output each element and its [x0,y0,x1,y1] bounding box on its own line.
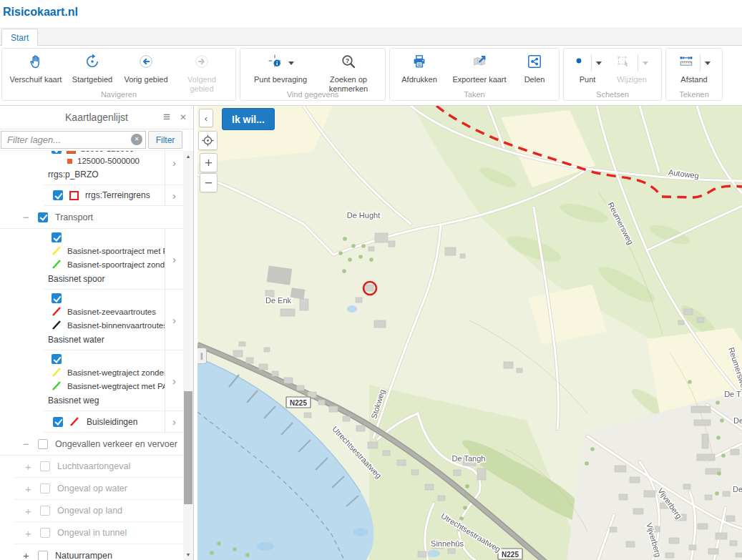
next-extent-button[interactable]: Volgend gebied [172,52,231,93]
layer-list-viewport: 25000-125000 125000-5000000 rrgs:p_BRZO … [0,151,183,560]
checkbox-ongeval-op-water[interactable] [40,483,50,493]
chevron-down-icon[interactable] [596,62,602,65]
group-caption-navigeren: Navigeren [2,90,235,99]
toolbar-group-schetsen: Punt Wijzigen Schetsen [563,48,662,101]
point-icon [573,53,586,73]
panel-close-icon[interactable]: ✕ [180,112,187,122]
legend-row: Basisnet-binnenvaartroutes [44,318,165,332]
layer-panel: Kaartlagenlijst ≡ ✕ ✕ Filter 25000- [0,106,194,560]
expand-icon[interactable]: + [21,549,31,560]
svg-text:N225: N225 [290,399,307,407]
red-outline-swatch [69,191,79,200]
toolbar-group-taken: Afdrukken Exporteer kaart Delen Taken [389,48,560,101]
legend-row: Basisnet-wegtraject zonder PAG [44,365,165,379]
chevron-down-icon[interactable] [705,62,711,65]
ribbon-tab-bar: Start [0,27,742,46]
pan-map-button[interactable]: Verschuif kaart [6,52,65,84]
toolbar-group-vind-gegevens: Punt bevraging ? Zoeken op kenmerken Vin… [240,48,386,101]
checkbox-ongeval-op-land[interactable] [40,506,50,516]
toolbar-group-navigeren: Verschuif kaart Startgebied Vorig gebied… [1,48,236,101]
checkbox-natuurrampen[interactable] [38,551,48,560]
home-extent-button[interactable]: Startgebied [65,52,119,84]
arrow-right-circle-icon [193,53,210,73]
share-button[interactable]: Delen [514,52,555,84]
expand-icon[interactable]: + [24,527,33,539]
sketch-point-button[interactable]: Punt [568,52,607,84]
divider [638,54,638,72]
yellow-line-swatch [52,245,62,256]
layer-name: Basisnet weg [44,393,165,408]
scroll-up-icon[interactable]: ▲ [183,151,193,162]
measure-distance-button[interactable]: Afstand [670,52,718,84]
toolbar-group-tekenen: Afstand Tekenen [665,48,723,101]
panel-resize-grip[interactable]: ∥ [197,348,207,364]
site-logo-link[interactable]: Risicokaart.nl [3,6,78,19]
filter-input[interactable] [1,131,146,149]
checkbox-basisnet-spoor[interactable] [52,232,62,242]
crosshair-icon [202,134,214,147]
identify-point-button[interactable]: Punt bevraging [245,52,316,84]
expand-icon[interactable]: + [24,505,33,517]
layer-list-scrollbar[interactable]: ▲ ▼ [183,151,193,560]
scroll-down-icon[interactable]: ▼ [183,549,193,560]
group-caption-taken: Taken [390,90,559,99]
checkbox-buisleidingen[interactable] [53,417,63,427]
group-row-ongeval-op-water: + Ongeval op water [14,478,183,500]
print-icon [411,53,428,73]
zoom-out-button[interactable]: − [200,173,218,192]
green-line-swatch [52,259,62,270]
point-query-icon [267,53,284,73]
expand-chevron[interactable]: › [165,151,183,185]
export-map-button[interactable]: Exporteer kaart [444,52,514,84]
clear-filter-icon[interactable]: ✕ [131,134,142,145]
place-label: Sinnehûs [431,539,464,548]
checkbox-row [44,231,165,244]
expand-chevron[interactable]: › [165,350,183,411]
place-label: De Tangh [452,454,486,463]
collapse-icon[interactable]: − [21,438,31,450]
ik-wil-button[interactable]: Ik wil... [222,108,275,130]
chevron-down-icon [643,62,648,65]
search-attributes-button[interactable]: ? Zoeken op kenmerken [316,52,381,93]
chevron-down-icon[interactable] [288,62,294,65]
orange-square-swatch [67,151,76,154]
panel-menu-icon[interactable]: ≡ [163,112,170,123]
expand-chevron[interactable]: › [165,411,183,432]
orange-dot-swatch [67,159,72,164]
red-line-swatch [69,416,80,427]
legend-row: 125000-5000000 [44,155,165,167]
expand-chevron[interactable]: › [165,185,183,205]
map-canvas[interactable]: N225 N225 De Hught De Enk De Tangh Sinne… [197,106,742,560]
road-badge-n225: N225 [498,549,522,559]
previous-extent-button[interactable]: Vorig gebied [119,52,172,84]
distance-ruler-icon [678,53,695,73]
checkbox-basisnet-weg[interactable] [52,354,62,364]
collapse-panel-button[interactable]: ‹ [199,109,213,127]
expand-chevron[interactable]: › [165,290,183,350]
modify-sketch-button[interactable]: Wijzigen [607,52,657,84]
checkbox-brzo[interactable] [52,151,62,154]
tab-start[interactable]: Start [1,29,38,46]
group-caption-tekenen: Tekenen [666,90,722,99]
scrollbar-thumb[interactable] [184,391,192,504]
checkbox-ongevallen[interactable] [38,439,48,449]
legend-row: Basisnet-wegtraject met PAG-in [44,379,165,393]
checkbox-basisnet-water[interactable] [52,293,62,303]
group-row-ongeval-in-tunnel: + Ongeval in tunnel [14,522,183,544]
expand-chevron[interactable]: › [165,229,183,289]
checkbox-terreingrens[interactable] [53,190,63,200]
legend-row: Basisnet-spoortraject met PAG-in [44,244,165,257]
checkbox-ongeval-in-tunnel[interactable] [40,528,50,538]
checkbox-luchtvaartongeval[interactable] [40,461,50,471]
collapse-icon[interactable]: − [21,211,31,223]
expand-icon[interactable]: + [24,483,33,495]
print-button[interactable]: Afdrukken [394,52,444,84]
checkbox-transport[interactable] [38,212,48,222]
layer-row: Buisleidingen [44,413,165,430]
expand-icon[interactable]: + [24,461,33,473]
geolocate-button[interactable] [198,131,218,150]
filter-button[interactable]: Filter [148,131,182,149]
risicokaart-app: Risicokaart.nl Start Verschuif kaart Sta… [0,0,742,560]
zoom-in-button[interactable]: + [200,153,218,172]
layer-row: rrgs:Terreingrens [44,187,165,203]
